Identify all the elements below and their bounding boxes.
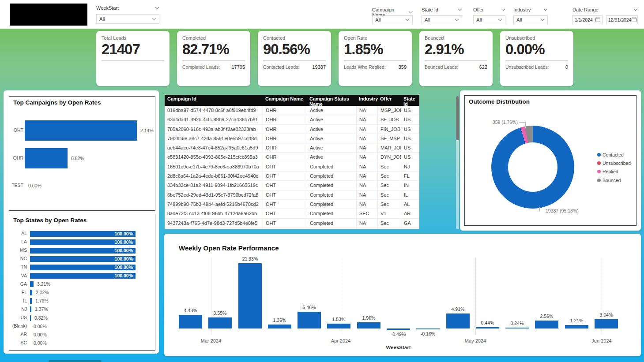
x-axis-title: WeekStart [179, 345, 618, 350]
column-header-campaign-name[interactable]: Campaign Name [263, 95, 307, 106]
kpi-card-bounced[interactable]: Bounced2.91%Bounced Leads:622 [419, 31, 493, 86]
filter-dropdown-industry[interactable]: All [513, 15, 548, 24]
legend-item-contacted[interactable]: Contacted [597, 152, 624, 157]
table-row[interactable]: 785a2060-616c-493a-ab3f-f2ae02323fabOHRA… [165, 125, 419, 134]
column-header-campaign-id[interactable]: Campaign Id [165, 95, 263, 106]
weekly-bar[interactable] [179, 315, 202, 328]
table-row[interactable]: aeb44acc-74e8-47e4-852a-f95a0c61a5d9OHRA… [165, 143, 419, 153]
weekly-chart-panel: Weekly Open Rate Performance Mar 2024Apr… [164, 234, 641, 356]
weekly-bar[interactable] [416, 328, 440, 329]
date-start-input[interactable]: 1/1/2024 [572, 15, 603, 24]
kpi-value: 2.91% [425, 41, 487, 58]
weekly-bar[interactable] [505, 328, 529, 328]
weekly-bar[interactable] [298, 312, 321, 328]
weekly-bar[interactable] [476, 327, 499, 328]
filter-dropdown-campaign-name[interactable]: All [372, 15, 413, 24]
weekly-bar[interactable] [595, 319, 618, 328]
table-row[interactable]: e5831420-855c-4093-865e-215cfcc895a3OHRA… [165, 153, 419, 162]
bar-fl[interactable] [30, 290, 32, 295]
page-scrollbar-thumb[interactable] [49, 360, 102, 362]
kpi-card-total-leads[interactable]: Total Leads21407 [96, 31, 169, 86]
top-states-chart: Top States by Open Rates AL100.00%LA100.… [9, 214, 155, 351]
weekly-bar[interactable] [387, 328, 410, 330]
table-cell: FL [401, 172, 419, 180]
table-cell: NA [356, 200, 377, 209]
bar-value-label: 3.21% [37, 281, 50, 287]
table-cell: NA [356, 172, 377, 180]
kpi-card-contacted[interactable]: Contacted90.56%Contacted Leads:19387 [258, 31, 331, 86]
table-row[interactable]: 16501c9c-e17b-4e79-8cc6-ea386970b70aOHTC… [165, 162, 419, 172]
top-bar: WeekStart All Campaign NameAllState IdAl… [0, 0, 644, 29]
table-row[interactable]: 8ade72f3-cc13-4f08-96bb-4712da6a62bbOHTC… [165, 209, 419, 218]
kpi-card-open-rate[interactable]: Open Rate1.85%Leads Who Replied:359 [339, 31, 412, 86]
legend-dot [597, 161, 601, 165]
table-cell: FL [401, 228, 419, 229]
kpi-card-completed[interactable]: Completed82.71%Completed Leads:17705 [177, 31, 250, 86]
table-row[interactable]: 9437243a-f765-4d7e-98d3-727d5b4e8fe5OHTC… [165, 219, 419, 228]
bar-ohr[interactable] [25, 148, 68, 168]
bar-us[interactable] [30, 315, 31, 321]
chevron-down-icon[interactable] [543, 8, 548, 11]
table-row[interactable]: 63d4dad1-392b-4cfc-88b9-27ca436b7b61OHRA… [165, 115, 419, 124]
weekly-bar[interactable] [446, 313, 470, 328]
table-row[interactable]: 79b0fc9e-a8c7-42da-859f-e0e5b97cd48dOHRA… [165, 134, 419, 143]
table-cell: MAR_JOB [377, 143, 401, 152]
kpi-title: Bounced [425, 35, 487, 41]
table-row[interactable]: 6be752ed-29ed-43d1-95c7-3790bcd72fa8OHTC… [165, 190, 419, 200]
table-cell: OHT [263, 228, 307, 229]
weekly-bar[interactable] [268, 325, 291, 328]
chevron-down-icon[interactable] [155, 7, 159, 9]
category-label-ohr: OHR [11, 155, 23, 160]
callout-leader-line [539, 211, 544, 211]
column-header-offer[interactable]: Offer [377, 95, 401, 106]
weekly-bar[interactable] [565, 325, 588, 328]
weekstart-value: All [99, 16, 105, 22]
table-row[interactable]: 016dba97-d574-4478-8c6f-a6f919eb4fd9OHRA… [165, 106, 419, 115]
kpi-value: 1.85% [344, 41, 407, 58]
legend-item-unsubscribed[interactable]: Unsubscribed [597, 160, 631, 166]
bar-value-label: 1.76% [35, 298, 49, 303]
filter-dropdown-offer[interactable]: All [473, 15, 505, 24]
kpi-value: 90.56% [263, 41, 326, 58]
kpi-divider [344, 60, 407, 61]
weekly-bar[interactable] [535, 321, 558, 328]
table-cell: OHR [263, 125, 307, 134]
weekly-bar[interactable] [357, 322, 380, 328]
bar-ga[interactable] [30, 281, 34, 287]
weekstart-dropdown[interactable]: All [96, 14, 159, 24]
chevron-down-icon[interactable] [408, 11, 413, 14]
chevron-down-icon[interactable] [458, 8, 462, 11]
filter-dropdown-state-id[interactable]: All [422, 15, 462, 24]
table-cell: 74999b98-75b3-49b4-aefd-5216b4678cd2 [165, 200, 263, 209]
table-cell: 334b33ce-81a2-4911-9094-1fb21665519c [165, 181, 263, 190]
weekly-bar[interactable] [208, 317, 232, 328]
bar-nj[interactable] [30, 306, 31, 312]
weekly-bar[interactable] [238, 263, 262, 328]
table-cell: Completed [307, 162, 356, 171]
table-scrollbar-thumb[interactable] [456, 96, 459, 140]
category-label-nj: NJ [9, 306, 27, 312]
weekly-bar[interactable] [327, 324, 350, 328]
table-row[interactable]: 74999b98-75b3-49b4-aefd-5216b4678cd2OHTC… [165, 200, 419, 209]
chevron-down-icon[interactable] [501, 8, 505, 11]
table-cell: Completed [307, 200, 356, 209]
column-header-state-id[interactable]: State Id [401, 95, 419, 106]
chart-title: Top Campaigns by Open Rates [13, 99, 101, 106]
date-end-input[interactable]: 12/31/2024 [606, 15, 638, 24]
table-row[interactable]: 334b33ce-81a2-4911-9094-1fb21665519cOHTC… [165, 181, 419, 190]
column-header-campaign-status-name[interactable]: Campaign Status Name▲ [307, 95, 356, 106]
kpi-card-unsubscribed[interactable]: Unsubscribed0.00%Unsubscribed Leads:0 [500, 31, 573, 86]
category-label-blank: (Blank) [9, 323, 27, 328]
table-cell: OHT [263, 162, 307, 171]
column-header-industry[interactable]: Industry [356, 95, 377, 106]
chevron-down-icon[interactable] [633, 8, 638, 11]
weekly-bar-label: 0.24% [499, 321, 535, 326]
table-row[interactable]: 9cef938b-8deb-459e-b1d1-68e40f9a99f1OHTC… [165, 228, 419, 229]
table-cell: 63d4dad1-392b-4cfc-88b9-27ca436b7b61 [165, 115, 263, 124]
legend-item-bounced[interactable]: Bounced [597, 178, 621, 183]
bar-il[interactable] [30, 298, 32, 304]
legend-item-replied[interactable]: Replied [597, 169, 618, 174]
table-row[interactable]: 2d8c6a64-1a2a-4ede-b661-00f42ee4940dOHTC… [165, 172, 419, 181]
bar-oht[interactable] [25, 120, 137, 141]
bar-value-label: 100.00% [30, 265, 133, 270]
